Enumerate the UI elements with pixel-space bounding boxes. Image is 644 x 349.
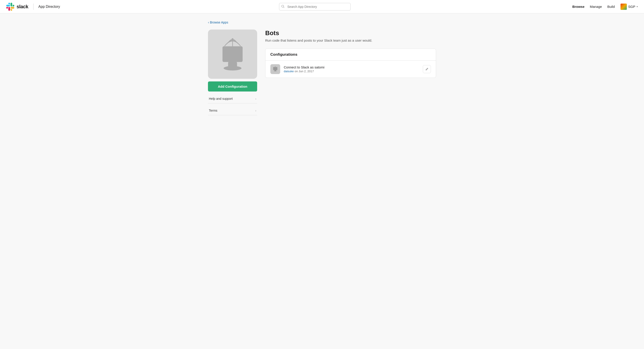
nav-manage[interactable]: Manage [590, 5, 602, 9]
config-item-meta: daisuke on Jun 2, 2017 [284, 70, 419, 73]
bot-illustration [216, 35, 249, 73]
content-area: Add Configuration Help and support › Ter… [208, 30, 436, 115]
config-item: Connect to Slack as satomi daisuke on Ju… [266, 61, 436, 78]
app-description: Run code that listens and posts to your … [265, 39, 436, 42]
config-author-link[interactable]: daisuke [284, 70, 294, 73]
chevron-down-icon: ▾ [636, 5, 638, 8]
header: slack App Directory Browse Manage Build [0, 0, 644, 14]
svg-line-1 [284, 7, 284, 8]
config-item-info: Connect to Slack as satomi daisuke on Ju… [284, 65, 419, 73]
config-item-icon [270, 64, 280, 74]
breadcrumb: ‹ Browse Apps [208, 21, 436, 24]
help-support-label: Help and support [209, 97, 233, 101]
nav-browse[interactable]: Browse [572, 5, 584, 9]
svg-rect-12 [274, 70, 276, 71]
pencil-icon [425, 68, 428, 71]
chevron-right-icon-terms: › [255, 109, 256, 112]
app-name: Bots [265, 30, 436, 37]
breadcrumb-label: Browse Apps [210, 21, 228, 24]
svg-rect-2 [620, 4, 627, 10]
right-panel: Bots Run code that listens and posts to … [265, 30, 436, 78]
terms-label: Terms [209, 109, 217, 112]
search-container [279, 3, 350, 11]
terms-link[interactable]: Terms › [208, 106, 257, 115]
slack-logo[interactable]: slack [6, 3, 28, 11]
config-date: on Jun 2, 2017 [294, 70, 314, 73]
chevron-left-icon: ‹ [208, 21, 209, 24]
app-directory-title: App Directory [38, 5, 60, 9]
search-icon [281, 5, 284, 9]
svg-rect-10 [273, 67, 278, 70]
configurations-header: Configurations [266, 49, 436, 61]
slack-brand-text: slack [16, 4, 28, 10]
help-support-link[interactable]: Help and support › [208, 94, 257, 103]
header-nav: Browse Manage Build [572, 5, 615, 9]
config-item-name: Connect to Slack as satomi [284, 65, 419, 69]
user-menu[interactable]: SGP ▾ [620, 4, 638, 10]
svg-rect-7 [228, 62, 237, 69]
configurations-box: Configurations [265, 49, 436, 78]
slack-logo-icon [6, 3, 14, 11]
add-configuration-button[interactable]: Add Configuration [208, 82, 257, 92]
left-panel: Add Configuration Help and support › Ter… [208, 30, 257, 115]
header-divider [33, 4, 34, 10]
user-name: SGP [628, 5, 635, 9]
config-edit-button[interactable] [423, 65, 431, 73]
chevron-right-icon: › [255, 97, 256, 101]
nav-build[interactable]: Build [607, 5, 615, 9]
back-to-browse-link[interactable]: ‹ Browse Apps [208, 21, 228, 24]
svg-rect-5 [222, 46, 242, 62]
main-content: ‹ Browse Apps [199, 14, 445, 122]
app-icon-box [208, 30, 257, 79]
avatar [620, 4, 627, 10]
search-input[interactable] [279, 3, 350, 11]
